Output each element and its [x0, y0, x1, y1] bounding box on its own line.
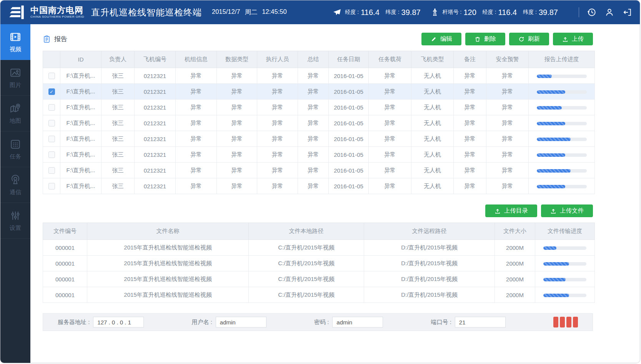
- tower-lon-value: 116.4: [498, 8, 517, 17]
- username-input[interactable]: [216, 317, 266, 327]
- upload-directory-button[interactable]: 上传目录: [485, 204, 537, 217]
- table-cell: 异常: [257, 163, 298, 178]
- table-cell: 异常: [257, 147, 298, 163]
- table-row[interactable]: F:\直升机...张三0212321异常异常异常异常2016-01-05异常无人…: [43, 100, 595, 115]
- user-icon[interactable]: [604, 7, 614, 17]
- table-cell: 异常: [454, 115, 486, 131]
- sidebar-item-task[interactable]: 任务: [0, 131, 30, 167]
- table-cell: 2000M: [495, 256, 535, 271]
- tower-no-value: 120: [463, 8, 476, 17]
- table-cell: D:/直升机/2015年视频: [364, 256, 495, 271]
- table-row[interactable]: F:\直升机...张三0212321异常异常异常异常2016-01-05异常无人…: [43, 84, 595, 100]
- row-checkbox[interactable]: [48, 136, 55, 142]
- sidebar-item-comm[interactable]: 通信: [0, 167, 30, 203]
- table-cell: 0212321: [135, 147, 176, 163]
- progress-bar: [537, 153, 587, 157]
- aircraft-position: 经度 : 116.4 纬度 : 39.87: [332, 8, 420, 17]
- history-icon[interactable]: [587, 7, 597, 17]
- table-row[interactable]: F:\直升机...张三0212321异常异常异常异常2016-01-05异常无人…: [43, 163, 595, 178]
- server-address-input[interactable]: [93, 317, 144, 327]
- table-cell: 张三: [102, 68, 135, 84]
- row-checkbox[interactable]: [48, 120, 55, 126]
- row-checkbox[interactable]: [48, 167, 55, 174]
- table-cell: 2016-01-05: [329, 100, 369, 115]
- table-row[interactable]: 0000012015年直升机巡检线智能巡检视频C:/直升机/2015年视频D:/…: [43, 240, 595, 256]
- row-checkbox[interactable]: [48, 183, 55, 189]
- password-label: 密码 :: [314, 319, 329, 326]
- row-checkbox[interactable]: [48, 151, 55, 158]
- table-cell: 异常: [369, 100, 411, 115]
- tower-icon: [431, 8, 439, 17]
- table-cell: 异常: [176, 163, 217, 178]
- column-header: 负责人: [102, 51, 135, 68]
- column-header: 飞机类型: [411, 51, 454, 68]
- column-header: 文件本地路径: [249, 223, 364, 240]
- refresh-button[interactable]: 刷新: [509, 33, 549, 45]
- upload-file-button[interactable]: 上传文件: [541, 204, 593, 217]
- column-header: [43, 51, 60, 68]
- table-row[interactable]: F:\直升机...张三0212321异常异常异常异常2016-01-05异常无人…: [43, 147, 595, 163]
- row-checkbox[interactable]: [48, 88, 55, 95]
- table-cell: 张三: [102, 84, 135, 100]
- table-cell: 异常: [369, 84, 411, 100]
- column-header: 数据类型: [217, 51, 257, 68]
- row-checkbox[interactable]: [48, 73, 55, 79]
- table-cell: 2016-01-05: [329, 68, 369, 84]
- table-row[interactable]: F:\直升机...张三0212321异常异常异常异常2016-01-05异常无人…: [43, 131, 595, 147]
- table-row[interactable]: F:\直升机...张三0212321异常异常异常异常2016-01-05异常无人…: [43, 68, 595, 84]
- table-row[interactable]: F:\直升机...张三0212321异常异常异常异常2016-01-05异常无人…: [43, 115, 595, 131]
- upload-button[interactable]: 上传: [553, 33, 593, 45]
- upload-icon: [550, 208, 556, 214]
- column-header: 总结: [298, 51, 329, 68]
- aircraft-icon: [332, 8, 341, 17]
- table-cell: 无人机: [411, 68, 454, 84]
- checkbox-cell: [43, 131, 60, 147]
- comm-icon: [10, 174, 21, 186]
- table-row[interactable]: 0000012015年直升机巡检线智能巡检视频C:/直升机/2015年视频D:/…: [43, 271, 595, 287]
- sidebar: 视频 图片 地图 任务: [0, 24, 30, 363]
- table-row[interactable]: 0000012015年直升机巡检线智能巡检视频C:/直升机/2015年视频D:/…: [43, 256, 595, 271]
- table-cell: 异常: [454, 178, 486, 194]
- progress-cell: [535, 287, 595, 303]
- logout-icon[interactable]: [622, 7, 632, 17]
- table-cell: F:\直升机...: [60, 178, 102, 194]
- table-cell: 000001: [43, 256, 87, 271]
- edit-button[interactable]: 编辑: [421, 33, 461, 45]
- table-cell: 异常: [176, 84, 217, 100]
- table-cell: 异常: [369, 147, 411, 163]
- port-input[interactable]: [455, 317, 506, 327]
- table-cell: 张三: [102, 147, 135, 163]
- table-cell: 异常: [176, 131, 217, 147]
- password-input[interactable]: [332, 317, 383, 327]
- image-icon: [10, 67, 21, 78]
- delete-button[interactable]: 删除: [465, 33, 505, 45]
- table-cell: 异常: [369, 178, 411, 194]
- table-cell: 异常: [257, 178, 298, 194]
- sidebar-item-settings[interactable]: 设置: [0, 203, 30, 239]
- report-table: ID 负责人 飞机编号 机组信息 数据类型 执行人员 总结 任务日期 任务载荷 …: [43, 51, 595, 194]
- sidebar-item-image[interactable]: 图片: [0, 60, 30, 96]
- report-table-body: F:\直升机...张三0212321异常异常异常异常2016-01-05异常无人…: [43, 68, 595, 194]
- sidebar-item-video[interactable]: 视频: [0, 24, 30, 60]
- table-cell: 异常: [298, 84, 329, 100]
- table-cell: 异常: [176, 100, 217, 115]
- table-row[interactable]: 0000012015年直升机巡检线智能巡检视频C:/直升机/2015年视频D:/…: [43, 287, 595, 303]
- table-cell: 异常: [298, 68, 329, 84]
- row-checkbox[interactable]: [48, 104, 55, 111]
- tower-lat-value: 39.87: [539, 8, 558, 17]
- table-cell: 异常: [369, 131, 411, 147]
- table-cell: F:\直升机...: [60, 115, 102, 131]
- table-cell: 异常: [176, 115, 217, 131]
- server-address-label: 服务器地址 :: [58, 319, 90, 326]
- table-cell: 异常: [486, 115, 529, 131]
- csg-logo-icon: [8, 5, 27, 20]
- table-cell: 2016-01-05: [329, 115, 369, 131]
- table-cell: D:/直升机/2015年视频: [364, 240, 495, 256]
- table-cell: 异常: [369, 68, 411, 84]
- progress-bar: [537, 106, 587, 110]
- table-cell: 张三: [102, 131, 135, 147]
- column-header: 文件远程路径: [364, 223, 495, 240]
- table-row[interactable]: F:\直升机...张三0212321异常异常异常异常2016-01-05异常无人…: [43, 178, 595, 194]
- progress-cell: [529, 131, 595, 147]
- sidebar-item-map[interactable]: 地图: [0, 96, 30, 131]
